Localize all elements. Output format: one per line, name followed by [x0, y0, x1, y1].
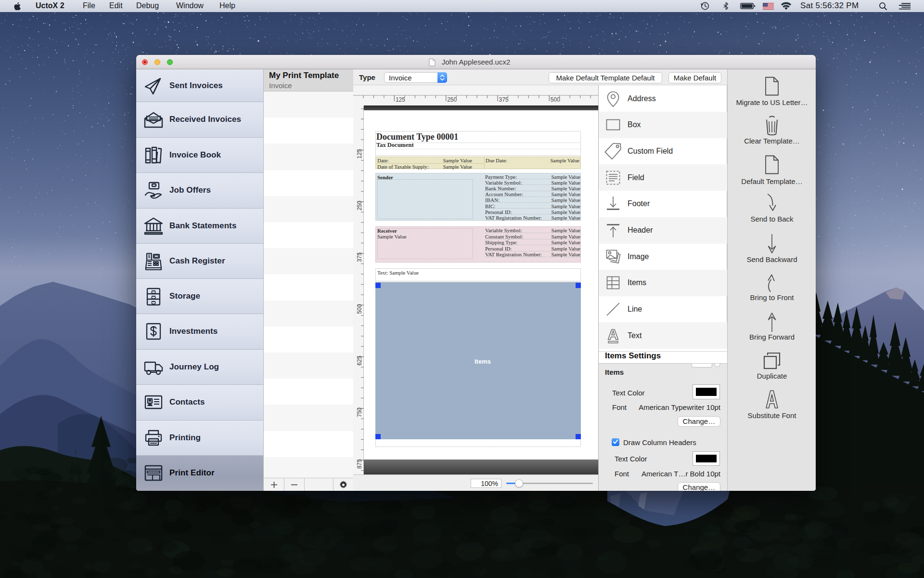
- svg-text:125: 125: [396, 96, 405, 103]
- svg-text:375: 375: [499, 96, 509, 103]
- svg-text:875: 875: [356, 459, 363, 469]
- svg-text:750: 750: [356, 407, 363, 417]
- svg-text:375: 375: [356, 252, 363, 262]
- svg-text:500: 500: [551, 96, 560, 103]
- svg-text:250: 250: [447, 96, 457, 103]
- svg-text:250: 250: [356, 200, 363, 210]
- svg-text:500: 500: [356, 304, 363, 314]
- svg-text:125: 125: [356, 149, 363, 158]
- svg-text:625: 625: [356, 355, 363, 365]
